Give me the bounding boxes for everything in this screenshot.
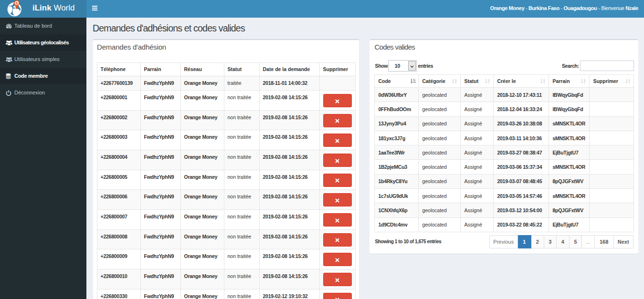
svg-text:$: $ [16,1,18,5]
